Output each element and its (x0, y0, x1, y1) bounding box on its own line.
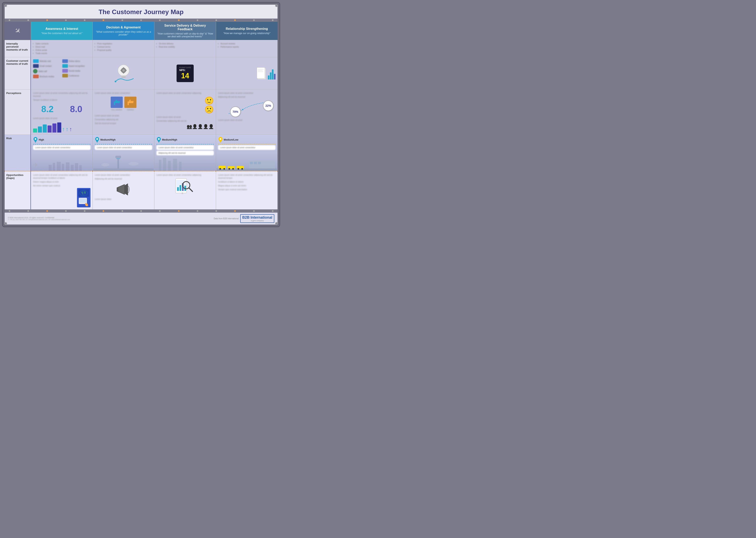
dot (272, 210, 273, 212)
cell-risk-relationship: Medium/Low Lorem ipsum dolor sit amet co… (216, 134, 277, 171)
smiley-happy: 🙂 (204, 96, 214, 105)
header-col-awareness: Awareness & Interest "How the customers … (31, 22, 92, 40)
cell-opportunities-decision: Lorem ipsum dolor sit amet consectetur A… (92, 171, 154, 209)
svg-marker-25 (96, 140, 99, 143)
dot (9, 210, 10, 212)
location-pin-icon (33, 137, 38, 143)
main-grid: Internally perceived moments of truth Sa… (5, 40, 277, 209)
dot-orange (46, 210, 48, 212)
dot (215, 19, 217, 21)
stacked-papers (257, 67, 266, 80)
dot (121, 210, 123, 212)
risk-level-4: Medium/Low (224, 138, 238, 141)
cell-opportunities-service: Lorem ipsum dolor sit amet consectetur a… (154, 171, 216, 209)
risk-bubble-3b: Adipiscing elit sed do eiusmod (157, 151, 214, 155)
plane-icon: ✈ (13, 26, 23, 36)
dot (65, 19, 67, 21)
bar-chart-icon (268, 67, 275, 80)
airplane-silhouette: ✈ (33, 161, 38, 169)
doc-icon (33, 75, 39, 78)
card2-icon (62, 59, 68, 63)
trophy-icon (62, 64, 68, 68)
cell-internally-service: On-time delivery Real-time visibility (154, 40, 216, 57)
row-label-customer: Customer current moments of truth (5, 57, 31, 89)
percent-22-badge: 22% (263, 100, 273, 111)
svg-rect-8 (121, 77, 125, 78)
svg-point-33 (158, 138, 160, 140)
svg-marker-43 (219, 140, 222, 143)
header-row: ✈ Awareness & Interest "How the customer… (5, 22, 277, 40)
nps-sublabel: FLIGHT DATE (179, 67, 191, 69)
svg-rect-4 (123, 72, 124, 74)
screw-tl (4, 4, 7, 7)
dot (27, 19, 29, 21)
screw-tr (275, 4, 278, 7)
svg-point-54 (232, 168, 234, 170)
svg-line-66 (189, 188, 193, 191)
svg-point-29 (101, 163, 110, 166)
lightbulb-icon (114, 61, 134, 85)
dot (27, 210, 29, 212)
svg-rect-38 (168, 161, 171, 171)
cell-internally-decision: Price negotiation Contract terms Proposa… (92, 40, 154, 57)
svg-point-42 (220, 138, 221, 140)
dots-row-top (5, 19, 277, 22)
header-corner: ✈ (5, 22, 31, 40)
data-source-text: Data from B2B International (214, 217, 239, 220)
location-pin-icon-2 (95, 137, 100, 143)
risk-bubble-1: Lorem ipsum dolor sit amet consectetur (33, 145, 90, 150)
tablet-cursor-icon (78, 198, 89, 206)
dot (9, 19, 10, 21)
airport-scene (93, 153, 154, 171)
svg-rect-22 (79, 165, 82, 171)
dots-row-bottom (5, 209, 277, 213)
megaphone-icon-area (95, 182, 152, 196)
svg-rect-20 (71, 165, 74, 171)
svg-rect-6 (125, 70, 126, 71)
dot (272, 19, 273, 21)
percent-70-badge: 70% (230, 107, 241, 117)
figure-icon (62, 74, 68, 78)
city-silhouette-2 (154, 157, 216, 171)
row-label-internally: Internally perceived moments of truth (5, 40, 31, 57)
cell-internally-relationship: Account reviews Performance reports (216, 40, 277, 57)
dot-orange (103, 210, 104, 212)
svg-point-13 (35, 138, 36, 140)
cell-risk-decision: Medium/High Lorem ipsum dolor sit amet c… (92, 134, 154, 171)
dot (253, 210, 255, 212)
cell-customer-relationship (216, 57, 277, 89)
header-col-service: Service Delivery & Delivery Feedback "Ho… (154, 22, 216, 40)
cell-customer-decision (92, 57, 154, 89)
col4-label: Relationship Strengthening (226, 27, 268, 31)
risk-level-3: Medium/High (162, 138, 177, 141)
svg-point-53 (228, 168, 230, 170)
risk-level-2: Medium/High (100, 138, 116, 141)
world-map-area (77, 188, 90, 207)
svg-rect-15 (49, 165, 52, 171)
col3-label: Service Delivery & Delivery Feedback (157, 24, 213, 31)
col3-subtitle: "How customers interact with us day-to-d… (157, 32, 213, 38)
dot-orange (178, 210, 180, 212)
svg-rect-17 (57, 162, 61, 171)
chat-icon (62, 69, 68, 73)
city-skyline (41, 161, 92, 171)
cell-opportunities-awareness: Lorem ipsum dolor sit amet consectetur a… (31, 171, 92, 209)
header-col-relationship: Relationship Strengthening "How we manag… (216, 22, 277, 40)
dot-orange (178, 19, 180, 21)
row-label-opportunities: Opportunities (Gaps) (5, 171, 31, 209)
person-icon (33, 69, 37, 74)
team-silhouette: 👥👤👤👤👤 (187, 124, 214, 129)
magnify-tablet-area (157, 178, 214, 194)
smiley-sad: 🙁 (204, 105, 214, 114)
nps-display: FLIGHT DATE NPS: 14 (176, 65, 194, 82)
col2-subtitle: "What customers consider when they selec… (95, 30, 152, 36)
dot (159, 19, 161, 21)
svg-rect-48 (217, 168, 277, 171)
svg-rect-40 (179, 162, 182, 171)
svg-rect-69 (177, 187, 179, 191)
company-name: B2B International (242, 215, 272, 220)
footer-right: Data from B2B International B2B Internat… (214, 214, 274, 223)
col1-subtitle: "How the customers find out about us" (41, 32, 82, 35)
location-pin-icon-3 (157, 137, 161, 143)
svg-rect-37 (163, 158, 166, 171)
